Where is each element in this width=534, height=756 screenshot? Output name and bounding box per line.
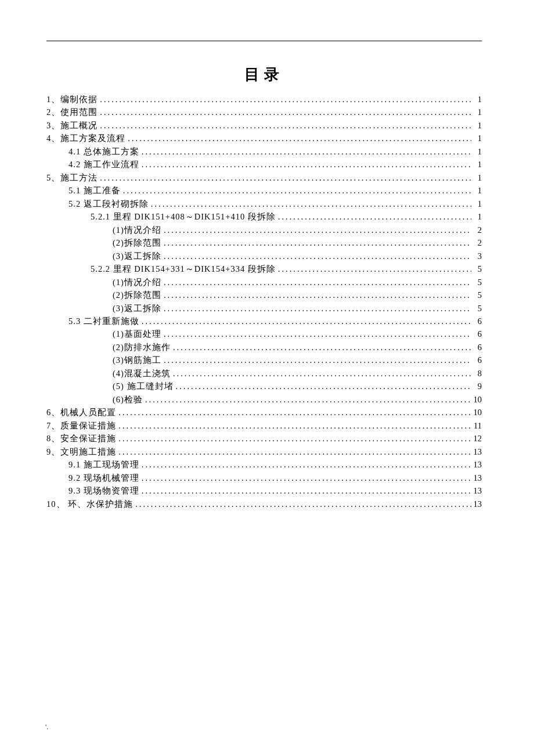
- toc-label: (2)拆除范围: [113, 289, 161, 301]
- toc-leader: [98, 93, 471, 106]
- toc-leader: [98, 106, 471, 118]
- toc-page: 13: [471, 471, 482, 484]
- toc-leader: [116, 432, 471, 445]
- toc-label: 7、质量保证措施: [46, 419, 116, 432]
- toc-page: 2: [471, 224, 482, 236]
- toc-entry: 1、编制依据1: [46, 93, 482, 106]
- toc-label: (4)混凝土浇筑: [113, 367, 171, 380]
- toc-leader: [125, 132, 471, 145]
- toc-entry: 10、 环、水保护措施13: [46, 498, 482, 510]
- toc-page: 6: [471, 327, 482, 340]
- toc-leader: [161, 224, 471, 236]
- toc-leader: [276, 262, 471, 275]
- toc-entry: 5.2 返工段衬砌拆除1: [46, 197, 482, 210]
- toc-leader: [116, 445, 471, 458]
- toc-leader: [121, 184, 471, 197]
- toc-page: 1: [471, 132, 482, 145]
- toc-page: 1: [471, 106, 482, 118]
- toc-label: 4、施工方案及流程: [46, 132, 125, 145]
- toc-label: 3、施工概况: [46, 119, 98, 132]
- toc-page: 9: [471, 380, 482, 393]
- toc-page: 1: [471, 119, 482, 132]
- toc-page: 10: [471, 393, 482, 406]
- toc-entry: (3)钢筋施工 6: [46, 354, 482, 366]
- toc-leader: [139, 458, 471, 471]
- toc-page: 6: [471, 354, 482, 366]
- toc-page: 13: [471, 484, 482, 497]
- toc-label: (3)返工拆除: [113, 302, 161, 315]
- toc-entry: 4.2 施工作业流程1: [46, 158, 482, 171]
- toc-label: (1)情况介绍: [113, 276, 161, 289]
- toc-page: 5: [471, 262, 482, 275]
- toc-page: 1: [471, 210, 482, 223]
- toc-entry: (5) 施工缝封堵 9: [46, 380, 482, 393]
- toc-page: 13: [471, 458, 482, 471]
- toc-entry: (2)拆除范围 5: [46, 289, 482, 301]
- toc-entry: (3)返工拆除 5: [46, 302, 482, 315]
- toc-entry: (4)混凝土浇筑 8: [46, 367, 482, 380]
- toc-page: 6: [471, 315, 482, 327]
- toc-entry: 9.1 施工现场管理13: [46, 458, 482, 471]
- toc-page: 5: [471, 289, 482, 301]
- toc-leader: [161, 236, 471, 249]
- toc-leader: [161, 354, 471, 366]
- toc-page: 1: [471, 184, 482, 197]
- toc-page: 1: [471, 93, 482, 106]
- toc-entry: 8、安全保证措施12: [46, 432, 482, 445]
- toc-label: (3)钢筋施工: [113, 354, 161, 366]
- toc-leader: [139, 315, 471, 327]
- toc-leader: [161, 289, 471, 301]
- toc-leader: [276, 210, 471, 223]
- toc-leader: [139, 158, 471, 171]
- toc-label: (5) 施工缝封堵: [113, 380, 174, 393]
- toc-page: 11: [471, 419, 482, 432]
- toc-label: (1)情况介绍: [113, 224, 161, 236]
- toc-label: 5.1 施工准备: [68, 184, 121, 197]
- toc-entry: 2、使用范围1: [46, 106, 482, 118]
- toc-label: 4.1 总体施工方案: [68, 145, 139, 158]
- toc-leader: [98, 119, 471, 132]
- toc-entry: (3)返工拆除 3: [46, 250, 482, 262]
- toc-entry: 3、施工概况1: [46, 119, 482, 132]
- toc-leader: [139, 471, 471, 484]
- toc-label: 8、安全保证措施: [46, 432, 116, 445]
- toc-entry: 9、文明施工措施13: [46, 445, 482, 458]
- toc-label: 6、机械人员配置: [46, 406, 116, 419]
- toc-page: 10: [471, 406, 482, 419]
- page-rule: [46, 41, 482, 41]
- toc-page: 6: [471, 341, 482, 354]
- toc-leader: [149, 197, 471, 210]
- toc-leader: [161, 250, 471, 262]
- toc-page: 13: [471, 498, 482, 510]
- toc-label: 9.3 现场物资管理: [68, 484, 139, 497]
- toc-entry: (2)防排水施作 6: [46, 341, 482, 354]
- toc-page: 5: [471, 302, 482, 315]
- toc-label: 9.1 施工现场管理: [68, 458, 139, 471]
- toc-label: 5.3 二衬重新施做: [68, 315, 139, 327]
- toc-label: 2、使用范围: [46, 106, 98, 118]
- toc-entry: (1)情况介绍 5: [46, 276, 482, 289]
- page-title: 目录: [46, 64, 482, 85]
- document-page: 目录 1、编制依据12、使用范围13、施工概况14、施工方案及流程14.1 总体…: [0, 0, 534, 534]
- toc-leader: [161, 276, 471, 289]
- toc-leader: [98, 171, 471, 184]
- toc-label: (1)基面处理: [113, 327, 161, 340]
- toc-entry: 4、施工方案及流程1: [46, 132, 482, 145]
- toc-entry: (2)拆除范围 2: [46, 236, 482, 249]
- toc-entry: 7、质量保证措施11: [46, 419, 482, 432]
- toc-entry: (1)基面处理 6: [46, 327, 482, 340]
- toc-label: (2)拆除范围: [113, 236, 161, 249]
- toc-leader: [174, 380, 471, 393]
- toc-label: 4.2 施工作业流程: [68, 158, 139, 171]
- toc-label: 1、编制依据: [46, 93, 98, 106]
- toc-page: 3: [471, 250, 482, 262]
- toc-page: 2: [471, 236, 482, 249]
- toc-label: 9、文明施工措施: [46, 445, 116, 458]
- toc-leader: [161, 302, 471, 315]
- table-of-contents: 1、编制依据12、使用范围13、施工概况14、施工方案及流程14.1 总体施工方…: [46, 93, 482, 510]
- toc-entry: (6)检验 10: [46, 393, 482, 406]
- toc-entry: 5.2.2 里程 DIK154+331～DIK154+334 段拆除 5: [46, 262, 482, 275]
- toc-label: (2)防排水施作: [113, 341, 171, 354]
- toc-page: 13: [471, 445, 482, 458]
- toc-label: 5.2 返工段衬砌拆除: [68, 197, 149, 210]
